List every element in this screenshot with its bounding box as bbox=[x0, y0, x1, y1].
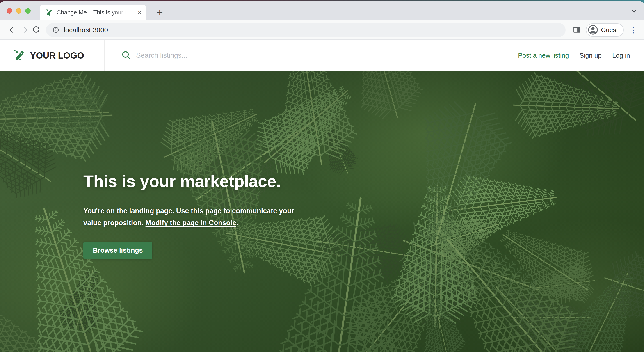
site-info-icon[interactable] bbox=[52, 26, 60, 34]
side-panel-icon bbox=[572, 26, 581, 34]
address-bar[interactable]: localhost:3000 bbox=[46, 23, 566, 37]
wand-logo-icon bbox=[14, 49, 26, 62]
forward-button[interactable] bbox=[18, 24, 30, 36]
maximize-window-button[interactable] bbox=[25, 8, 31, 14]
hero-title: This is your marketplace. bbox=[83, 172, 342, 191]
tab-search-chevron-icon[interactable] bbox=[630, 7, 638, 15]
log-in-link[interactable]: Log in bbox=[612, 52, 630, 59]
modify-page-link[interactable]: Modify the page in Console bbox=[146, 219, 236, 227]
hero-section: This is your marketplace. You're on the … bbox=[0, 71, 644, 352]
guest-label: Guest bbox=[601, 26, 618, 34]
new-tab-button[interactable]: + bbox=[153, 6, 167, 20]
reload-button[interactable] bbox=[30, 24, 42, 36]
traffic-lights bbox=[7, 8, 31, 14]
forward-arrow-icon bbox=[20, 26, 29, 34]
post-new-listing-link[interactable]: Post a new listing bbox=[518, 52, 569, 59]
logo-text: YOUR LOGO bbox=[30, 50, 84, 60]
tab-close-icon[interactable]: ✕ bbox=[137, 10, 142, 15]
topbar-nav: Post a new listing Sign up Log in bbox=[518, 40, 644, 71]
url-text: localhost:3000 bbox=[64, 26, 108, 34]
hero-content: This is your marketplace. You're on the … bbox=[83, 172, 342, 259]
reload-icon bbox=[32, 26, 40, 34]
tab-strip: Change Me – This is your mark ✕ + bbox=[0, 1, 644, 20]
sign-up-link[interactable]: Sign up bbox=[580, 52, 602, 59]
browser-tab[interactable]: Change Me – This is your mark ✕ bbox=[40, 4, 146, 20]
logo-link[interactable]: YOUR LOGO bbox=[0, 40, 104, 71]
side-panel-button[interactable] bbox=[570, 24, 583, 36]
hero-body-suffix: . bbox=[236, 219, 238, 227]
profile-button[interactable]: Guest bbox=[586, 24, 624, 36]
site-topbar: YOUR LOGO Post a new listing Sign up Log… bbox=[0, 40, 644, 71]
close-window-button[interactable] bbox=[7, 8, 12, 14]
browse-listings-button[interactable]: Browse listings bbox=[83, 242, 152, 259]
search-icon bbox=[121, 50, 131, 60]
tab-title: Change Me – This is your mark bbox=[56, 9, 127, 16]
guest-avatar-icon bbox=[588, 25, 598, 35]
browser-menu-button[interactable]: ⋮ bbox=[628, 24, 638, 36]
toolbar-right-cluster: Guest ⋮ bbox=[570, 24, 638, 36]
hero-body-line1: You're on the landing page. Use this pag… bbox=[83, 207, 294, 215]
minimize-window-button[interactable] bbox=[16, 8, 22, 14]
search-input[interactable] bbox=[136, 51, 294, 60]
browser-window: Change Me – This is your mark ✕ + bbox=[0, 1, 644, 352]
back-button[interactable] bbox=[7, 24, 18, 36]
back-arrow-icon bbox=[8, 26, 17, 34]
browser-toolbar: localhost:3000 Guest bbox=[0, 20, 644, 40]
search-area bbox=[104, 40, 518, 71]
hero-body-line2: value proposition. bbox=[83, 219, 146, 227]
wand-favicon-icon bbox=[46, 8, 53, 16]
hero-body: You're on the landing page. Use this pag… bbox=[83, 205, 342, 229]
